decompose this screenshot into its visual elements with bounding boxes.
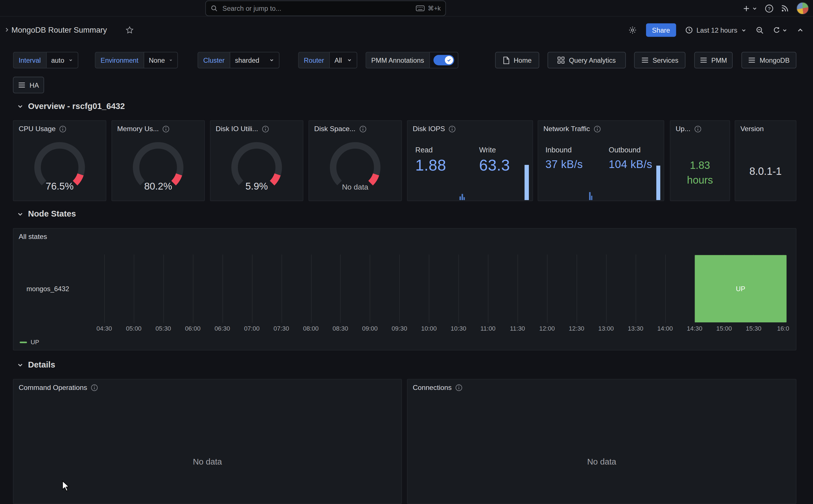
pmm-annotations-toggle[interactable] [429,52,458,68]
variable-router-select[interactable]: All [329,52,357,68]
info-icon[interactable] [594,125,601,133]
collapse-toolbar-button[interactable] [797,27,804,33]
toggle-switch[interactable] [433,55,454,66]
link-services-label: Services [653,56,678,64]
document-icon [503,56,510,64]
panel-title[interactable]: Disk IOPS [408,121,533,137]
info-icon[interactable] [455,384,463,391]
time-tick: 07:00 [244,325,260,332]
link-query-analytics[interactable]: Query Analytics [548,52,626,68]
gauge-value: 80.2% [128,181,188,192]
panel-title[interactable]: Disk IO Utili... [211,121,303,137]
variable-interval-value: auto [51,56,64,64]
uptime-number: 1.83 [670,158,730,173]
panel-title[interactable]: Command Operations [13,379,401,396]
section-details[interactable]: Details [17,360,55,369]
gridline [281,255,282,323]
gridline [399,255,400,323]
info-icon[interactable] [694,125,701,133]
add-button[interactable] [743,5,758,12]
zoom-out-button[interactable] [756,26,764,34]
info-icon[interactable] [359,125,366,133]
section-overview[interactable]: Overview - rscfg01_6432 [17,102,125,111]
time-tick: 11:00 [480,325,495,332]
info-icon[interactable] [59,125,67,133]
refresh-icon [773,26,780,34]
legend-up[interactable]: UP [20,339,39,346]
stat-label: Read [415,146,446,154]
gridline [577,255,577,323]
link-mongodb[interactable]: MongoDB [741,52,797,68]
variable-environment-select[interactable]: None [144,52,178,68]
stat-label: Inbound [545,146,583,154]
panel-title[interactable]: Up... [670,121,730,137]
panel-title[interactable]: Disk Space... [309,121,401,137]
gridline [222,255,223,323]
panel-title[interactable]: Connections [408,379,796,396]
panel-title-text: CPU Usage [19,125,56,133]
panel-disk-space: Disk Space... No data [309,120,402,201]
state-block[interactable]: UP [695,255,787,322]
panel-title[interactable]: All states [13,228,796,245]
stat-label: Outbound [609,146,652,154]
time-tick: 05:00 [126,325,142,332]
time-tick: 16:0 [777,325,789,332]
panel-title[interactable]: Version [735,121,796,137]
gridline [134,255,134,323]
breadcrumb[interactable]: MongoDB Router Summary [11,25,107,34]
variable-cluster-select[interactable]: sharded [230,52,279,68]
panel-title-text: Up... [676,125,690,133]
gridline [488,255,489,323]
panel-title[interactable]: Network Traffic [538,121,664,137]
variable-environment-label: Environment [95,52,144,68]
panel-title-text: Disk IO Utili... [216,125,258,133]
chevron-down-icon [347,58,352,63]
gridline [252,255,252,323]
avatar[interactable] [797,2,809,14]
time-tick: 15:00 [716,325,732,332]
panel-title[interactable]: CPU Usage [13,121,106,137]
gridline [311,255,311,323]
help-button[interactable]: ? [765,4,774,13]
chevron-down-icon [17,103,23,109]
link-pmm[interactable]: PMM [694,52,733,68]
panel-title-text: Memory Us... [117,125,159,133]
variable-environment: Environment None [95,52,178,68]
toggle-knob [445,56,453,64]
dashboard-settings-button[interactable] [628,26,636,34]
search-icon [211,5,218,12]
info-icon[interactable] [262,125,269,133]
check-icon [446,58,451,63]
gridline [370,255,370,323]
chevron-down-icon [269,58,274,63]
link-home[interactable]: Home [495,52,539,68]
variable-interval-select[interactable]: auto [46,52,78,68]
panel-disk-iops: Disk IOPS Read 1.88 Write 63.3 [407,120,533,201]
news-button[interactable] [781,4,789,12]
share-button[interactable]: Share [646,23,676,37]
panel-title-text: All states [19,233,47,240]
panel-cpu-usage: CPU Usage 76.5% [13,120,106,201]
no-data-message: No data [13,457,401,467]
search-box: ⌘+k [205,1,446,16]
info-icon[interactable] [449,125,456,133]
time-tick: 05:30 [156,325,171,332]
link-home-label: Home [514,56,531,64]
variable-environment-value: None [149,56,165,64]
info-icon[interactable] [91,384,98,391]
version-value: 8.0.1-1 [735,165,796,177]
search-input[interactable] [205,1,446,16]
time-range-picker[interactable]: Last 12 hours [686,26,747,34]
section-node-states[interactable]: Node States [17,209,76,219]
link-ha[interactable]: HA [13,77,44,93]
sparkline [539,164,663,200]
link-services[interactable]: Services [634,52,686,68]
favorite-star-icon[interactable] [125,26,134,34]
time-range-label: Last 12 hours [696,26,737,34]
refresh-button[interactable] [773,26,787,34]
info-icon[interactable] [162,125,170,133]
stat-label: Write [479,146,510,154]
panel-network-traffic: Network Traffic Inbound 37 kB/s Outbound… [538,120,664,201]
time-tick: 04:30 [97,325,112,332]
panel-title[interactable]: Memory Us... [112,121,204,137]
